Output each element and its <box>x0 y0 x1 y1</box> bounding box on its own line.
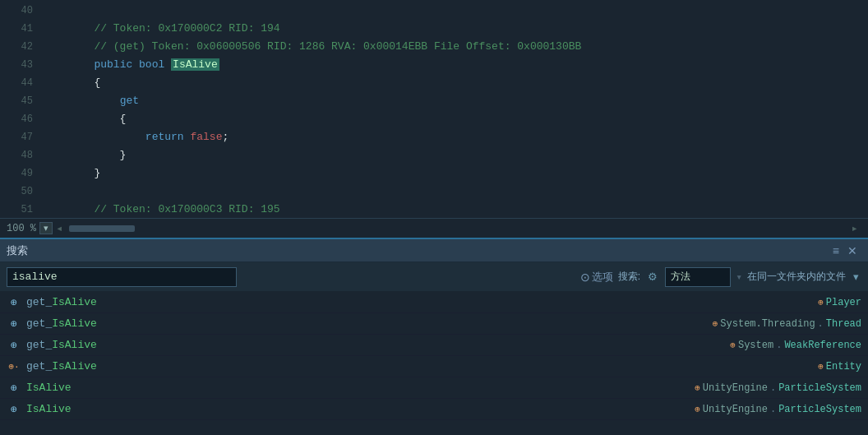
result-name: get_IsAlive <box>26 317 713 330</box>
zoom-level: 100 % <box>7 223 36 234</box>
result-icon: ⊕ <box>7 317 21 331</box>
horizontal-scrollbar[interactable] <box>69 225 844 232</box>
result-icon: ⊕ <box>7 381 21 396</box>
method-icon: ⊕ <box>11 403 17 416</box>
result-row[interactable]: ⊕ get_IsAlive ⊕ System.WeakReference <box>0 335 868 356</box>
search-results[interactable]: ⊕ get_IsAlive ⊕ Player ⊕ get_IsAlive ⊕ S… <box>0 292 868 435</box>
result-name: get_IsAlive <box>26 360 818 373</box>
method-icon: ⊕ <box>11 317 17 331</box>
result-icon: ⊕ <box>7 338 21 353</box>
result-parent: ⊕ UnityEngine.ParticleSystem <box>695 382 861 394</box>
result-parent: ⊕ System.WeakReference <box>730 340 861 351</box>
code-line: 49 } <box>0 164 868 183</box>
code-line: 43 public bool IsAlive <box>0 56 868 74</box>
search-menu-button[interactable]: ≡ <box>829 243 843 259</box>
parent-icon: ⊕ <box>730 340 736 350</box>
result-name: IsAlive <box>26 382 695 394</box>
code-line: 44 { <box>0 74 868 92</box>
search-close-button[interactable]: ✕ <box>843 243 861 259</box>
code-line: 51 // Token: 0x170000C3 RID: 195 <box>0 201 868 218</box>
search-type-input[interactable] <box>665 267 731 287</box>
search-options-bar: ⊙ 选项 搜索: ⚙ ▾ 在同一文件夹内的文件 ▾ <box>580 267 861 287</box>
method-dot-icon: ⊕· <box>8 361 19 372</box>
folder-filter-label: 在同一文件夹内的文件 <box>747 270 846 284</box>
result-parent: ⊕ Player <box>818 297 861 308</box>
scrollbar-thumb <box>69 225 135 232</box>
parent-icon: ⊕ <box>818 361 824 372</box>
result-name: IsAlive <box>26 403 695 415</box>
result-parent: ⊕ System.Threading.Thread <box>713 318 861 330</box>
zoom-control: 100 % ▾ <box>7 222 53 234</box>
code-line: 42 // (get) Token: 0x06000506 RID: 1286 … <box>0 38 868 56</box>
folder-filter-button[interactable]: ▾ <box>851 270 861 284</box>
parent-icon: ⊕ <box>695 382 700 393</box>
code-line: 47 return false; <box>0 128 868 146</box>
search-panel-title: 搜索 <box>7 243 28 258</box>
result-row[interactable]: ⊕ get_IsAlive ⊕ Player <box>0 292 868 313</box>
method-icon: ⊕ <box>11 296 17 309</box>
result-row[interactable]: ⊕· get_IsAlive ⊕ Entity <box>0 356 868 377</box>
search-input[interactable] <box>7 267 237 287</box>
method-icon: ⊕ <box>11 339 17 352</box>
result-parent: ⊕ Entity <box>818 361 861 373</box>
options-dropdown-button[interactable]: ⊙ 选项 <box>580 270 613 285</box>
scroll-left-button[interactable]: ◂ <box>53 221 66 235</box>
search-panel: 搜索 ≡ ✕ ⊙ 选项 搜索: ⚙ ▾ 在同一文件夹内的文件 ▾ ⊕ <box>0 238 868 435</box>
code-line: 46 { <box>0 110 868 128</box>
result-icon: ⊕· <box>7 359 21 374</box>
result-name: get_IsAlive <box>26 339 730 351</box>
result-icon: ⊕ <box>7 402 21 417</box>
result-row[interactable]: ⊕ IsAlive ⊕ UnityEngine.ParticleSystem <box>0 399 868 420</box>
parent-icon: ⊕ <box>695 404 700 414</box>
zoom-decrease-button[interactable]: ▾ <box>39 222 53 234</box>
code-lines: 40 41 // Token: 0x170000C2 RID: 194 42 /… <box>0 0 868 218</box>
code-line: 40 <box>0 2 868 20</box>
code-line: 45 get <box>0 92 868 110</box>
options-label: 选项 <box>592 270 613 285</box>
parent-icon: ⊕ <box>818 297 824 308</box>
parent-icon: ⊕ <box>713 318 718 329</box>
code-editor: 40 41 // Token: 0x170000C2 RID: 194 42 /… <box>0 0 868 218</box>
result-row[interactable]: ⊕ get_IsAlive ⊕ System.Threading.Thread <box>0 313 868 335</box>
code-line: 50 <box>0 183 868 201</box>
result-icon: ⊕ <box>7 295 21 310</box>
search-type-icon: ⚙ <box>645 270 660 284</box>
code-line: 41 // Token: 0x170000C2 RID: 194 <box>0 20 868 38</box>
result-name: get_IsAlive <box>26 296 818 308</box>
search-header: 搜索 ≡ ✕ <box>0 239 868 262</box>
status-bar: 100 % ▾ ◂ ▸ <box>0 218 868 238</box>
search-toolbar: ⊙ 选项 搜索: ⚙ ▾ 在同一文件夹内的文件 ▾ <box>0 262 868 292</box>
search-type-label: 搜索: <box>618 270 640 284</box>
scroll-right-button[interactable]: ▸ <box>848 221 861 235</box>
method-icon: ⊕ <box>11 382 17 395</box>
result-parent: ⊕ UnityEngine.ParticleSystem <box>695 404 861 415</box>
code-line: 48 } <box>0 146 868 164</box>
result-row[interactable]: ⊕ IsAlive ⊕ UnityEngine.ParticleSystem <box>0 377 868 399</box>
